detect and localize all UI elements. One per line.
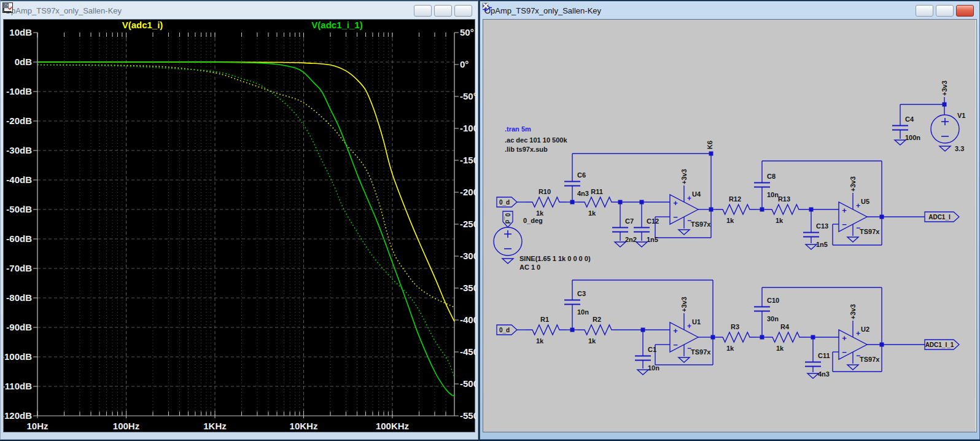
net-label[interactable]: +3v3 (941, 80, 948, 96)
y-left-tick-label: -80dB (6, 292, 32, 303)
y-left-tick-label: -20dB (6, 115, 32, 126)
axis-labels: 10dB0dB-10dB-20dB-30dB-40dB-50dB-60dB-70… (4, 27, 476, 431)
net-port-0_d[interactable]: 0_d (503, 211, 513, 227)
capacitor-name: C7 (625, 217, 634, 225)
capacitor-C8[interactable]: C810n (754, 161, 779, 209)
close-button[interactable] (956, 5, 974, 17)
resistor-R12[interactable]: R121k (716, 195, 756, 224)
resistor-R4[interactable]: R41k (766, 323, 806, 352)
ground-symbol[interactable] (806, 244, 817, 249)
resistor-R10[interactable]: R101k (526, 188, 566, 217)
resistor-value: 1k (726, 345, 734, 352)
schematic-window-title: OpAmp_TS97x_only_Sallen-Key (484, 6, 912, 15)
resistor-value: 1k (588, 337, 596, 345)
y-right-tick-label: -550° (460, 410, 476, 421)
wire-junction (880, 215, 884, 219)
net-port-0_d[interactable]: 0_d (497, 197, 517, 207)
wire-junction (709, 152, 714, 156)
capacitor-C4[interactable]: C4100n (892, 115, 920, 141)
ground-symbol[interactable] (679, 230, 690, 235)
ground-symbol[interactable] (679, 357, 690, 362)
y-right-tick-label: -500° (460, 378, 476, 389)
capacitor-value: 10n (577, 308, 589, 316)
waveform-titlebar[interactable]: OpAmp_TS97x_only_Sallen-Key (2, 2, 476, 18)
ground-symbol[interactable] (847, 237, 858, 242)
ground-symbol[interactable] (637, 370, 648, 375)
bode-plot[interactable]: 10dB0dB-10dB-20dB-30dB-40dB-50dB-60dB-70… (4, 20, 476, 434)
schematic-titlebar[interactable]: OpAmp_TS97x_only_Sallen-Key (482, 2, 978, 18)
opamp-part: TS97x (860, 356, 880, 363)
spice-directive[interactable]: .lib ts97x.sub (505, 146, 548, 153)
ground-symbol[interactable] (615, 242, 626, 247)
schematic-text: 0_deg (523, 217, 543, 224)
capacitor-C7[interactable]: C72n2 (612, 202, 637, 243)
x-tick-label: 10Hz (26, 421, 48, 431)
ground-symbol[interactable] (502, 259, 513, 263)
schematic-text: AC 1 0 (519, 263, 540, 271)
trace-label-adc1-i-1[interactable]: V(adc1_i_1) (311, 20, 362, 30)
y-left-tick-label: -10dB (6, 86, 32, 96)
waveform-window-title: OpAmp_TS97x_only_Sallen-Key (5, 6, 410, 15)
y-left-tick-label: -70dB (6, 263, 32, 273)
net-port-0_d[interactable]: 0_d (497, 325, 517, 335)
minimize-button[interactable] (916, 5, 933, 17)
rail-net-label[interactable]: +3v3 (680, 297, 688, 312)
y-right-tick-label: -150° (460, 155, 476, 165)
net-port-adc1_i[interactable]: ADC1_I (925, 212, 959, 222)
resistor-R3[interactable]: R31k (716, 323, 756, 352)
y-left-tick-label: -100dB (4, 351, 32, 362)
ground-symbol[interactable] (807, 373, 819, 378)
capacitor-C10[interactable]: C1030n (754, 287, 779, 337)
resistor-name: R13 (778, 195, 790, 203)
wire-junction (880, 343, 884, 347)
resistor-R2[interactable]: R21k (578, 316, 618, 345)
opamp-U5[interactable]: +−+−+3v3U5TS97x (839, 176, 880, 236)
rail-net-label[interactable]: +3v3 (849, 304, 857, 319)
y-left-tick-label: -120dB (4, 410, 32, 421)
close-button[interactable] (454, 5, 472, 17)
schematic-canvas[interactable]: .tran 5m.ac dec 101 10 500k.lib ts97x.su… (483, 20, 978, 434)
opamp-U4[interactable]: +−+−+3v3U4TS97x (670, 169, 711, 228)
restore-button[interactable] (936, 5, 954, 17)
voltage-source-v1[interactable] (931, 115, 959, 143)
opamp-part: TS97x (691, 348, 711, 356)
opamp-name: U5 (861, 198, 869, 205)
capacitor-C1[interactable]: C110n (635, 330, 659, 372)
plot-pane[interactable]: 10dB0dB-10dB-20dB-30dB-40dB-50dB-60dB-70… (3, 19, 475, 432)
rail-net-label[interactable]: +3v3 (849, 176, 857, 192)
y-left-tick-label: -40dB (6, 174, 32, 185)
capacitor-name: C10 (767, 297, 779, 304)
resistor-R1[interactable]: R11k (526, 316, 566, 345)
opamp-U2[interactable]: +−+−+3v3U2TS97x (839, 304, 880, 364)
schematic-pane[interactable]: .tran 5m.ac dec 101 10 500k.lib ts97x.su… (483, 19, 977, 432)
spice-directive[interactable]: .ac dec 101 10 500k (505, 136, 567, 144)
voltage-source-0_deg[interactable] (494, 227, 522, 256)
capacitor-C3[interactable]: C310n (564, 280, 589, 330)
y-right-tick-label: -400° (460, 314, 476, 325)
trace-label-adc1-i[interactable]: V(adc1_i) (122, 20, 163, 30)
rail-net-label[interactable]: +3v3 (680, 169, 688, 184)
capacitor-C6[interactable]: C64n3 (564, 154, 589, 202)
schematic-window: OpAmp_TS97x_only_Sallen-Key .tran 5m.ac … (480, 0, 980, 440)
resistor-name: R4 (780, 323, 790, 330)
opamp-name: U1 (692, 318, 701, 326)
inverting-input-mark: − (673, 340, 678, 349)
net-port-adc1_i_1[interactable]: ADC1_I_1 (925, 340, 959, 349)
opamp-part: TS97x (860, 228, 880, 235)
capacitor-C13[interactable]: C131n5 (803, 209, 828, 248)
ground-symbol[interactable] (636, 242, 647, 247)
ground-symbol[interactable] (939, 146, 951, 151)
spice-directive[interactable]: .tran 5m (505, 125, 531, 133)
resistor-R13[interactable]: R131k (765, 195, 806, 224)
ground-symbol[interactable] (847, 365, 858, 370)
noninverting-input-mark: + (673, 326, 678, 335)
capacitor-C11[interactable]: C114n3 (805, 337, 830, 378)
capacitor-value: 1n5 (816, 241, 828, 248)
waveform-window: OpAmp_TS97x_only_Sallen-Key 10dB0dB-10dB… (0, 0, 478, 440)
capacitor-C12[interactable]: C121n5 (634, 202, 659, 243)
net-label[interactable]: K6 (706, 141, 714, 149)
restore-button[interactable] (434, 5, 452, 17)
opamp-U1[interactable]: +−+−+3v3U1TS97x (670, 297, 711, 356)
ground-symbol[interactable] (895, 140, 906, 145)
minimize-button[interactable] (414, 5, 432, 17)
